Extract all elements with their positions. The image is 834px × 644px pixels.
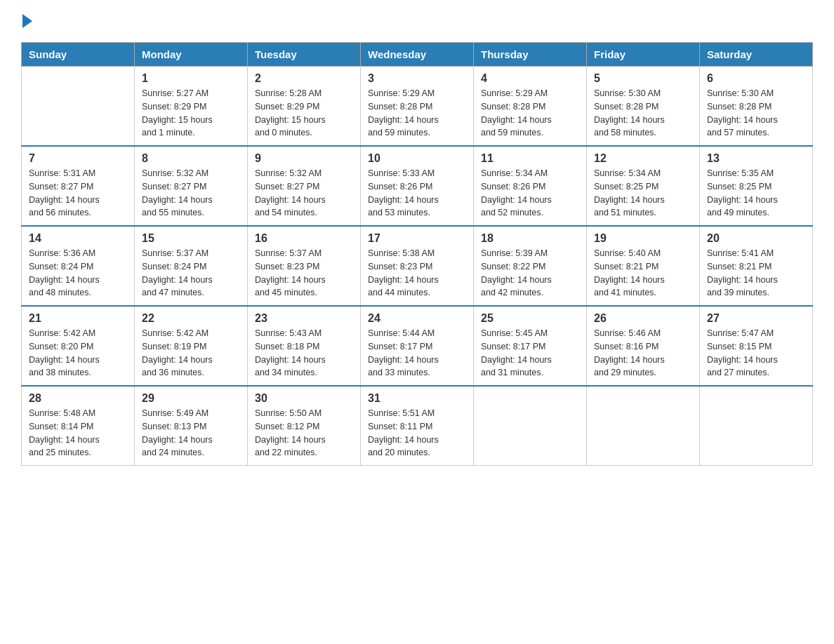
calendar-cell: 18Sunrise: 5:39 AM Sunset: 8:22 PM Dayli… — [474, 226, 587, 306]
calendar-week-row: 21Sunrise: 5:42 AM Sunset: 8:20 PM Dayli… — [22, 306, 813, 386]
day-info: Sunrise: 5:28 AM Sunset: 8:29 PM Dayligh… — [255, 87, 353, 140]
day-info: Sunrise: 5:41 AM Sunset: 8:21 PM Dayligh… — [707, 247, 805, 300]
day-info: Sunrise: 5:39 AM Sunset: 8:22 PM Dayligh… — [481, 247, 579, 300]
calendar-cell: 16Sunrise: 5:37 AM Sunset: 8:23 PM Dayli… — [248, 226, 361, 306]
day-info: Sunrise: 5:47 AM Sunset: 8:15 PM Dayligh… — [707, 327, 805, 380]
day-info: Sunrise: 5:46 AM Sunset: 8:16 PM Dayligh… — [594, 327, 692, 380]
day-info: Sunrise: 5:42 AM Sunset: 8:19 PM Dayligh… — [142, 327, 240, 380]
day-number: 27 — [707, 312, 805, 325]
weekday-header-saturday: Saturday — [700, 43, 813, 67]
calendar-cell: 24Sunrise: 5:44 AM Sunset: 8:17 PM Dayli… — [361, 306, 474, 386]
calendar-cell: 23Sunrise: 5:43 AM Sunset: 8:18 PM Dayli… — [248, 306, 361, 386]
day-number: 19 — [594, 232, 692, 245]
day-number: 30 — [255, 392, 353, 405]
day-info: Sunrise: 5:27 AM Sunset: 8:29 PM Dayligh… — [142, 87, 240, 140]
day-info: Sunrise: 5:32 AM Sunset: 8:27 PM Dayligh… — [255, 167, 353, 220]
calendar-cell — [700, 386, 813, 466]
day-number: 3 — [368, 72, 466, 85]
calendar-cell: 28Sunrise: 5:48 AM Sunset: 8:14 PM Dayli… — [22, 386, 135, 466]
day-number: 6 — [707, 72, 805, 85]
day-number: 12 — [594, 152, 692, 165]
day-number: 31 — [368, 392, 466, 405]
day-info: Sunrise: 5:29 AM Sunset: 8:28 PM Dayligh… — [481, 87, 579, 140]
calendar-cell: 26Sunrise: 5:46 AM Sunset: 8:16 PM Dayli… — [587, 306, 700, 386]
weekday-header-wednesday: Wednesday — [361, 43, 474, 67]
calendar-week-row: 14Sunrise: 5:36 AM Sunset: 8:24 PM Dayli… — [22, 226, 813, 306]
day-info: Sunrise: 5:40 AM Sunset: 8:21 PM Dayligh… — [594, 247, 692, 300]
day-info: Sunrise: 5:34 AM Sunset: 8:25 PM Dayligh… — [594, 167, 692, 220]
calendar-week-row: 1Sunrise: 5:27 AM Sunset: 8:29 PM Daylig… — [22, 67, 813, 147]
day-info: Sunrise: 5:30 AM Sunset: 8:28 PM Dayligh… — [594, 87, 692, 140]
calendar-cell: 2Sunrise: 5:28 AM Sunset: 8:29 PM Daylig… — [248, 67, 361, 147]
calendar-cell: 13Sunrise: 5:35 AM Sunset: 8:25 PM Dayli… — [700, 146, 813, 226]
calendar-cell: 22Sunrise: 5:42 AM Sunset: 8:19 PM Dayli… — [135, 306, 248, 386]
weekday-header-friday: Friday — [587, 43, 700, 67]
logo — [21, 14, 32, 28]
day-info: Sunrise: 5:49 AM Sunset: 8:13 PM Dayligh… — [142, 407, 240, 459]
day-number: 11 — [481, 152, 579, 165]
calendar-cell: 8Sunrise: 5:32 AM Sunset: 8:27 PM Daylig… — [135, 146, 248, 226]
day-number: 13 — [707, 152, 805, 165]
day-info: Sunrise: 5:33 AM Sunset: 8:26 PM Dayligh… — [368, 167, 466, 220]
day-number: 24 — [368, 312, 466, 325]
calendar-cell: 5Sunrise: 5:30 AM Sunset: 8:28 PM Daylig… — [587, 67, 700, 147]
day-info: Sunrise: 5:42 AM Sunset: 8:20 PM Dayligh… — [29, 327, 127, 380]
calendar-cell: 11Sunrise: 5:34 AM Sunset: 8:26 PM Dayli… — [474, 146, 587, 226]
day-info: Sunrise: 5:48 AM Sunset: 8:14 PM Dayligh… — [29, 407, 127, 459]
day-number: 7 — [29, 152, 127, 165]
day-info: Sunrise: 5:45 AM Sunset: 8:17 PM Dayligh… — [481, 327, 579, 380]
day-info: Sunrise: 5:34 AM Sunset: 8:26 PM Dayligh… — [481, 167, 579, 220]
day-number: 18 — [481, 232, 579, 245]
calendar-cell: 25Sunrise: 5:45 AM Sunset: 8:17 PM Dayli… — [474, 306, 587, 386]
day-info: Sunrise: 5:37 AM Sunset: 8:23 PM Dayligh… — [255, 247, 353, 300]
calendar-cell: 10Sunrise: 5:33 AM Sunset: 8:26 PM Dayli… — [361, 146, 474, 226]
calendar-cell: 17Sunrise: 5:38 AM Sunset: 8:23 PM Dayli… — [361, 226, 474, 306]
calendar-week-row: 7Sunrise: 5:31 AM Sunset: 8:27 PM Daylig… — [22, 146, 813, 226]
page-header — [21, 14, 813, 28]
day-info: Sunrise: 5:38 AM Sunset: 8:23 PM Dayligh… — [368, 247, 466, 300]
day-number: 25 — [481, 312, 579, 325]
calendar-cell — [474, 386, 587, 466]
day-info: Sunrise: 5:50 AM Sunset: 8:12 PM Dayligh… — [255, 407, 353, 459]
calendar-cell: 15Sunrise: 5:37 AM Sunset: 8:24 PM Dayli… — [135, 226, 248, 306]
calendar-cell: 4Sunrise: 5:29 AM Sunset: 8:28 PM Daylig… — [474, 67, 587, 147]
day-info: Sunrise: 5:36 AM Sunset: 8:24 PM Dayligh… — [29, 247, 127, 300]
day-info: Sunrise: 5:43 AM Sunset: 8:18 PM Dayligh… — [255, 327, 353, 380]
calendar-cell: 29Sunrise: 5:49 AM Sunset: 8:13 PM Dayli… — [135, 386, 248, 466]
day-number: 22 — [142, 312, 240, 325]
day-number: 10 — [368, 152, 466, 165]
calendar-cell: 27Sunrise: 5:47 AM Sunset: 8:15 PM Dayli… — [700, 306, 813, 386]
calendar-cell: 7Sunrise: 5:31 AM Sunset: 8:27 PM Daylig… — [22, 146, 135, 226]
day-number: 15 — [142, 232, 240, 245]
day-number: 29 — [142, 392, 240, 405]
day-number: 26 — [594, 312, 692, 325]
day-info: Sunrise: 5:35 AM Sunset: 8:25 PM Dayligh… — [707, 167, 805, 220]
logo-arrow-icon — [22, 14, 32, 28]
calendar-cell: 9Sunrise: 5:32 AM Sunset: 8:27 PM Daylig… — [248, 146, 361, 226]
calendar-cell: 12Sunrise: 5:34 AM Sunset: 8:25 PM Dayli… — [587, 146, 700, 226]
weekday-header-row: SundayMondayTuesdayWednesdayThursdayFrid… — [22, 43, 813, 67]
weekday-header-sunday: Sunday — [22, 43, 135, 67]
calendar-week-row: 28Sunrise: 5:48 AM Sunset: 8:14 PM Dayli… — [22, 386, 813, 466]
day-number: 23 — [255, 312, 353, 325]
day-number: 1 — [142, 72, 240, 85]
calendar-cell: 6Sunrise: 5:30 AM Sunset: 8:28 PM Daylig… — [700, 67, 813, 147]
day-info: Sunrise: 5:30 AM Sunset: 8:28 PM Dayligh… — [707, 87, 805, 140]
day-number: 16 — [255, 232, 353, 245]
day-number: 2 — [255, 72, 353, 85]
day-info: Sunrise: 5:31 AM Sunset: 8:27 PM Dayligh… — [29, 167, 127, 220]
calendar-table: SundayMondayTuesdayWednesdayThursdayFrid… — [21, 42, 813, 466]
day-number: 4 — [481, 72, 579, 85]
day-number: 28 — [29, 392, 127, 405]
weekday-header-monday: Monday — [135, 43, 248, 67]
day-info: Sunrise: 5:32 AM Sunset: 8:27 PM Dayligh… — [142, 167, 240, 220]
weekday-header-tuesday: Tuesday — [248, 43, 361, 67]
calendar-cell: 14Sunrise: 5:36 AM Sunset: 8:24 PM Dayli… — [22, 226, 135, 306]
day-number: 20 — [707, 232, 805, 245]
calendar-cell — [22, 67, 135, 147]
day-number: 21 — [29, 312, 127, 325]
calendar-cell: 20Sunrise: 5:41 AM Sunset: 8:21 PM Dayli… — [700, 226, 813, 306]
day-info: Sunrise: 5:37 AM Sunset: 8:24 PM Dayligh… — [142, 247, 240, 300]
day-number: 17 — [368, 232, 466, 245]
calendar-cell — [587, 386, 700, 466]
